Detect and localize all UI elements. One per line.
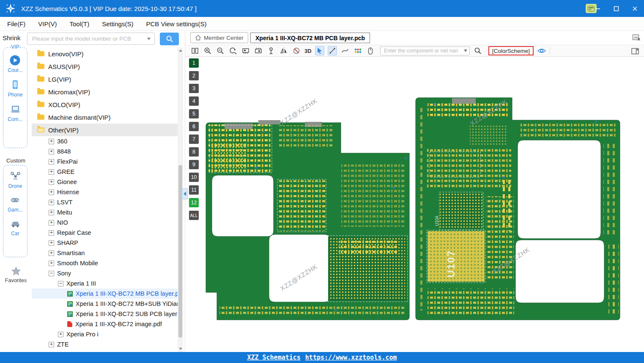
collapse-icon[interactable] [58, 281, 63, 286]
rail-item-computer[interactable]: Com... [8, 104, 22, 122]
flip-board-button[interactable] [279, 46, 288, 55]
rail-item-favorites[interactable]: Favorites [0, 266, 32, 283]
tree-folder-lenovo[interactable]: Lenovo(VIP) [32, 47, 178, 60]
tree-file-sub-pcb-layer[interactable]: Xperia 1 III-XQ-BC72 SUB PCB layer.p [32, 309, 178, 319]
expand-icon[interactable] [49, 240, 54, 246]
tree-file-mb-sub-yidian[interactable]: Xperia 1 III-XQ-BC72 MB+SUB YiDiar [32, 299, 178, 309]
tree-branch-8848[interactable]: 8848 [32, 146, 178, 157]
menu-settings[interactable]: Settings(S) [102, 20, 133, 28]
layer-button-12[interactable]: 12 [189, 198, 199, 207]
tree-branch-gionee[interactable]: Gionee [32, 177, 178, 187]
layer-button-all[interactable]: ALL [189, 211, 199, 220]
tree-branch-zte[interactable]: ZTE [32, 339, 178, 349]
expand-icon[interactable] [49, 261, 54, 266]
expand-icon[interactable] [49, 169, 54, 175]
tree-scrollbar[interactable] [178, 47, 183, 352]
tree-file-mb-pcb-layer[interactable]: Xperia 1 III-XQ-BC72 MB PCB layer.p [32, 289, 178, 299]
tree-branch-360[interactable]: 360 [32, 136, 178, 146]
layer-button-11[interactable]: 11 [189, 185, 199, 195]
layer-button-1[interactable]: 1 [189, 58, 199, 68]
rail-item-course[interactable]: Cour... [8, 55, 22, 73]
expand-icon[interactable] [58, 332, 63, 337]
mouse-settings-button[interactable] [366, 46, 375, 55]
tree-branch-gree[interactable]: GREE [32, 167, 178, 177]
pcb-board-view[interactable]: U104 U107 ✳ ✳ ✳ ✳ ✳ ✳ ✳ ✳ XZZ@XZZHK XZZ@… [199, 57, 644, 352]
rail-item-car[interactable]: Car [10, 218, 21, 236]
layer-button-7[interactable]: 7 [189, 135, 199, 144]
menu-vip[interactable]: VIP(V) [38, 20, 57, 28]
tree-folder-other[interactable]: Other(VIP) [32, 124, 178, 136]
maximize-button[interactable] [607, 0, 625, 17]
net-search-button[interactable] [473, 46, 482, 55]
zoom-out-button[interactable] [216, 46, 225, 55]
tree-branch-sharp[interactable]: SHARP [32, 238, 178, 248]
expand-icon[interactable] [49, 190, 54, 195]
measure-button[interactable] [328, 46, 337, 55]
expand-icon[interactable] [49, 149, 54, 154]
tree-branch-hisense[interactable]: Hisense [32, 187, 178, 197]
menu-tool[interactable]: Tool(T) [70, 20, 90, 28]
layer-button-4[interactable]: 4 [189, 96, 199, 106]
color-dots-button[interactable] [353, 46, 362, 55]
close-document-button[interactable] [632, 34, 641, 43]
layer-button-9[interactable]: 9 [189, 160, 199, 169]
tree-branch-flexpai[interactable]: FlexPai [32, 157, 178, 167]
expand-icon[interactable] [49, 342, 54, 347]
model-search-button[interactable] [160, 33, 179, 45]
scroll-up-icon[interactable] [179, 50, 182, 52]
tree-branch-sony[interactable]: Sony [32, 268, 178, 278]
layer-button-5[interactable]: 5 [189, 109, 199, 118]
expand-icon[interactable] [49, 210, 54, 215]
visibility-button[interactable] [537, 46, 546, 55]
tree-branch-meitu[interactable]: Meitu [32, 207, 178, 217]
rail-item-phone[interactable]: Phone [8, 79, 23, 98]
layer-button-3[interactable]: 3 [189, 84, 199, 93]
tree-branch-repair-case[interactable]: Repair Case [32, 228, 178, 238]
tree-folder-micromax[interactable]: Micromax(VIP) [32, 85, 178, 98]
tree-branch-smooth-mobile[interactable]: Smooth Mobile [32, 258, 178, 268]
probe-pin-button[interactable] [266, 46, 276, 55]
layer-button-8[interactable]: 8 [189, 147, 199, 157]
chevron-down-icon[interactable] [147, 38, 151, 40]
pcb-canvas[interactable]: U104 U107 ✳ ✳ ✳ ✳ ✳ ✳ ✳ ✳ XZZ@XZZHK XZZ@… [199, 57, 644, 352]
menu-file[interactable]: File(F) [7, 20, 25, 28]
side-panel-toggle-button[interactable] [630, 47, 640, 56]
tree-file-image-pdf[interactable]: Xperia 1 III-XQ-BC72 image.pdf [32, 319, 178, 329]
collapse-panel-handle[interactable] [182, 188, 188, 199]
view-3d-button[interactable]: 3D [304, 48, 312, 54]
zoom-in-button[interactable] [203, 46, 212, 55]
net-hide-button[interactable] [292, 46, 301, 55]
select-cursor-button[interactable] [315, 46, 324, 55]
scroll-down-icon[interactable] [179, 348, 182, 350]
tree-folder-lg[interactable]: LG(VIP) [32, 73, 178, 85]
model-search-input[interactable] [31, 35, 145, 42]
statusbar-url[interactable]: https://www.xzztools.com [305, 354, 397, 361]
expand-icon[interactable] [49, 139, 54, 144]
colorscheme-button[interactable]: [ColorScheme] [488, 46, 534, 55]
tree-branch-lsvt[interactable]: LSVT [32, 197, 178, 207]
tree-branch-smartisan[interactable]: Smartisan [32, 248, 178, 258]
close-button[interactable] [625, 0, 644, 17]
expand-icon[interactable] [49, 230, 54, 236]
model-search-combo[interactable] [27, 33, 155, 45]
document-tab[interactable]: Xperia 1 III-XQ-BC72 MB PCB layer.pcb [250, 33, 370, 43]
net-search-combo[interactable] [380, 47, 470, 55]
expand-icon[interactable] [49, 159, 54, 165]
split-view-button[interactable] [190, 46, 200, 55]
minimize-button[interactable] [588, 0, 607, 17]
menu-pcb-view-settings[interactable]: PCB View settings(S) [146, 20, 206, 28]
curve-tool-button[interactable] [340, 46, 350, 55]
tree-folder-asus[interactable]: ASUS(VIP) [32, 60, 178, 73]
expand-icon[interactable] [49, 179, 54, 185]
rail-item-game[interactable]: Gam... [8, 194, 23, 213]
tree-folder-xolo[interactable]: XOLO(VIP) [32, 98, 178, 111]
layer-button-10[interactable]: 10 [189, 173, 199, 182]
zoom-fit-button[interactable] [228, 46, 238, 55]
tree-branch-nio[interactable]: NIO [32, 217, 178, 228]
collapse-icon[interactable] [49, 271, 54, 276]
board-bottom-button[interactable] [254, 46, 263, 55]
expand-icon[interactable] [49, 220, 54, 226]
board-top-button[interactable] [241, 46, 250, 55]
net-search-input[interactable] [383, 47, 463, 54]
expand-icon[interactable] [49, 200, 54, 205]
